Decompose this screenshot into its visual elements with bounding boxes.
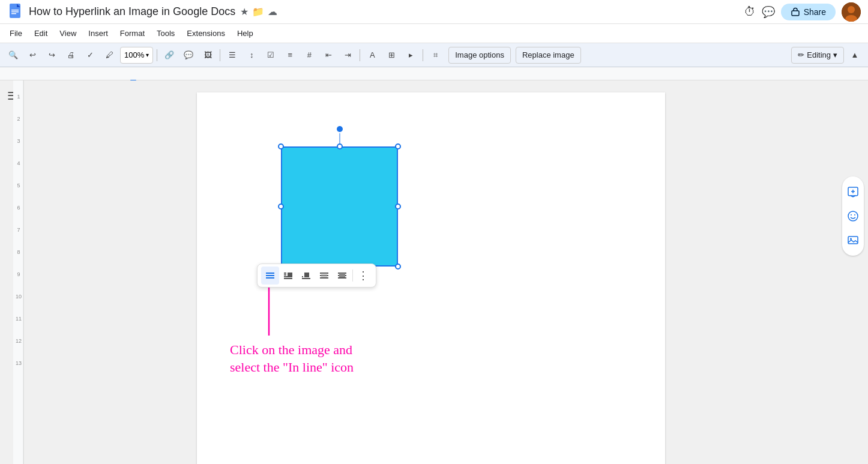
image-options-button[interactable]: Image options: [448, 47, 511, 64]
folder-icon[interactable]: 📁: [252, 6, 264, 17]
svg-rect-57: [320, 277, 328, 279]
svg-rect-60: [339, 273, 345, 278]
more-btn[interactable]: ▸: [402, 47, 419, 64]
redo-btn[interactable]: ↪: [43, 47, 60, 64]
svg-rect-61: [338, 277, 346, 279]
star-icon[interactable]: ★: [240, 6, 249, 17]
numlist-btn[interactable]: #: [301, 47, 318, 64]
zoom-select[interactable]: 100%▾: [120, 47, 153, 64]
selected-image[interactable]: [281, 146, 398, 267]
svg-rect-43: [266, 273, 274, 274]
svg-rect-5: [792, 11, 799, 16]
annotation-text: Click on the image and select the "In li…: [230, 342, 354, 376]
collapse-btn[interactable]: ▲: [846, 47, 863, 64]
menu-file[interactable]: File: [5, 26, 27, 40]
svg-rect-53: [302, 276, 303, 277]
handle-bottom-right[interactable]: [395, 264, 401, 270]
main-area: ☰ 1 2 3 4 5 6 7 8 9 10 11 12 13: [0, 80, 868, 464]
align-btn[interactable]: ☰: [224, 47, 241, 64]
indent-decrease-btn[interactable]: ⇤: [320, 47, 337, 64]
svg-rect-45: [266, 277, 274, 279]
svg-text:11: 11: [16, 316, 22, 322]
image-sidebar-btn[interactable]: [842, 229, 864, 251]
search-toolbar-btn[interactable]: 🔍: [5, 47, 22, 64]
doc-area: ⋮ Click on the image and select the "In …: [24, 80, 838, 464]
app-icon: [7, 2, 24, 22]
menu-bar: File Edit View Insert Format Tools Exten…: [0, 24, 868, 43]
editing-button[interactable]: ✏ Editing ▾: [791, 47, 844, 64]
svg-rect-51: [304, 273, 309, 277]
svg-point-7: [848, 6, 855, 13]
comment-btn[interactable]: 💬: [180, 47, 197, 64]
comments-icon[interactable]: 💬: [762, 5, 775, 19]
align-break-btn[interactable]: [297, 267, 315, 285]
svg-rect-2: [11, 10, 19, 11]
svg-text:1: 1: [17, 94, 20, 100]
handle-middle-left[interactable]: [278, 203, 284, 209]
svg-point-70: [850, 238, 852, 240]
handle-middle-right[interactable]: [395, 203, 401, 209]
history-icon[interactable]: ⏱: [744, 5, 756, 19]
svg-point-67: [851, 214, 852, 215]
align-front-btn[interactable]: [333, 267, 351, 285]
emoji-sidebar-btn[interactable]: [842, 205, 864, 227]
svg-text:3: 3: [17, 138, 20, 144]
spellcheck-btn[interactable]: ✓: [82, 47, 98, 64]
align-inline-btn[interactable]: [261, 267, 279, 285]
svg-rect-52: [302, 278, 310, 279]
avatar[interactable]: [842, 2, 861, 22]
doc-title: How to Hyperlink an Image in Google Docs: [29, 5, 235, 18]
print-btn[interactable]: 🖨: [62, 47, 79, 64]
share-button[interactable]: Share: [781, 4, 836, 20]
menu-edit[interactable]: Edit: [29, 26, 52, 40]
menu-extensions[interactable]: Extensions: [182, 26, 230, 40]
align-wrap-btn[interactable]: [279, 267, 297, 285]
svg-text:4: 4: [17, 160, 20, 166]
title-actions: ★ 📁 ☁: [240, 6, 277, 17]
svg-text:10: 10: [16, 294, 22, 300]
add-comment-sidebar-btn[interactable]: [842, 181, 864, 203]
svg-text:6: 6: [17, 205, 20, 211]
editing-dropdown-icon: ▾: [833, 50, 837, 59]
svg-rect-49: [284, 276, 292, 277]
crop-btn[interactable]: ⌗: [427, 47, 444, 64]
rotation-handle[interactable]: [337, 126, 343, 132]
menu-tools[interactable]: Tools: [152, 26, 179, 40]
right-sidebar-panel: [842, 176, 864, 256]
align-more-btn[interactable]: ⋮: [354, 267, 372, 285]
handle-top-left[interactable]: [278, 143, 284, 149]
align-behind-btn[interactable]: [315, 267, 333, 285]
pencil-icon: ✏: [798, 50, 804, 59]
menu-help[interactable]: Help: [232, 26, 258, 40]
indent-increase-btn[interactable]: ⇥: [339, 47, 356, 64]
vertical-ruler: 1 2 3 4 5 6 7 8 9 10 11 12 13: [13, 80, 24, 464]
svg-point-68: [854, 214, 855, 215]
align-toolbar: ⋮: [257, 264, 376, 288]
linespace-btn[interactable]: ↕: [243, 47, 260, 64]
border-btn[interactable]: ⊞: [383, 47, 400, 64]
handle-top-center[interactable]: [337, 143, 343, 149]
undo-btn[interactable]: ↩: [24, 47, 41, 64]
highlight-btn[interactable]: A: [364, 47, 381, 64]
align-sep: [352, 270, 353, 282]
checklist-btn[interactable]: ☑: [262, 47, 279, 64]
svg-text:7: 7: [17, 227, 20, 233]
svg-rect-50: [284, 278, 292, 279]
svg-rect-56: [321, 273, 327, 278]
svg-text:2: 2: [17, 116, 20, 122]
svg-rect-3: [11, 11, 19, 13]
right-sidebar: [838, 80, 868, 464]
menu-insert[interactable]: Insert: [83, 26, 113, 40]
svg-rect-69: [848, 237, 858, 244]
image-btn[interactable]: 🖼: [199, 47, 216, 64]
svg-rect-4: [11, 13, 16, 14]
svg-point-66: [848, 211, 858, 221]
list-btn[interactable]: ≡: [282, 47, 298, 64]
link-btn[interactable]: 🔗: [161, 47, 178, 64]
menu-format[interactable]: Format: [115, 26, 149, 40]
handle-top-right[interactable]: [395, 143, 401, 149]
selected-image-container[interactable]: [281, 146, 398, 267]
paintformat-btn[interactable]: 🖊: [101, 47, 118, 64]
replace-image-button[interactable]: Replace image: [516, 47, 581, 64]
menu-view[interactable]: View: [55, 26, 81, 40]
